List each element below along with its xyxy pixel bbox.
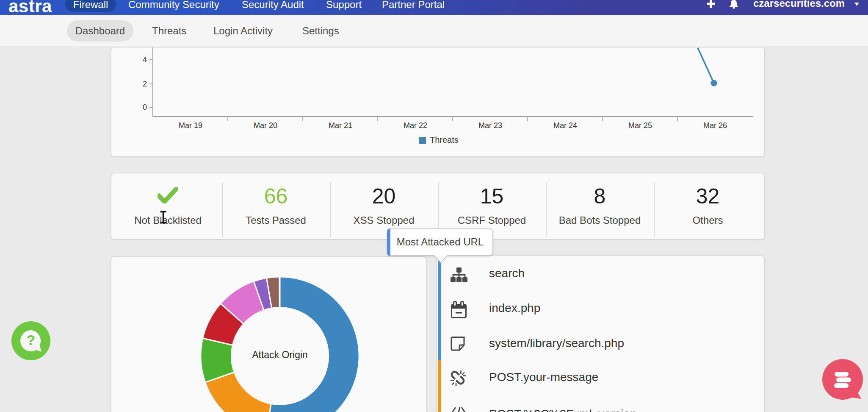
svg-text:Mar 20: Mar 20 (254, 121, 277, 130)
svg-text:Mar 19: Mar 19 (179, 121, 202, 130)
svg-text:?: ? (27, 332, 36, 348)
svg-text:Mar 22: Mar 22 (404, 121, 427, 130)
svg-text:Mar 24: Mar 24 (553, 121, 577, 130)
svg-text:Mar 25: Mar 25 (628, 121, 652, 130)
svg-text:Mar 21: Mar 21 (329, 121, 352, 130)
svg-text:0: 0 (143, 103, 147, 111)
svg-text:2: 2 (143, 80, 147, 88)
svg-text:Mar 23: Mar 23 (478, 121, 502, 130)
svg-text:Attack Origin: Attack Origin (252, 349, 308, 360)
svg-text:Mar 26: Mar 26 (703, 121, 727, 130)
svg-text:4: 4 (143, 56, 147, 64)
svg-text:Threats: Threats (430, 135, 459, 145)
